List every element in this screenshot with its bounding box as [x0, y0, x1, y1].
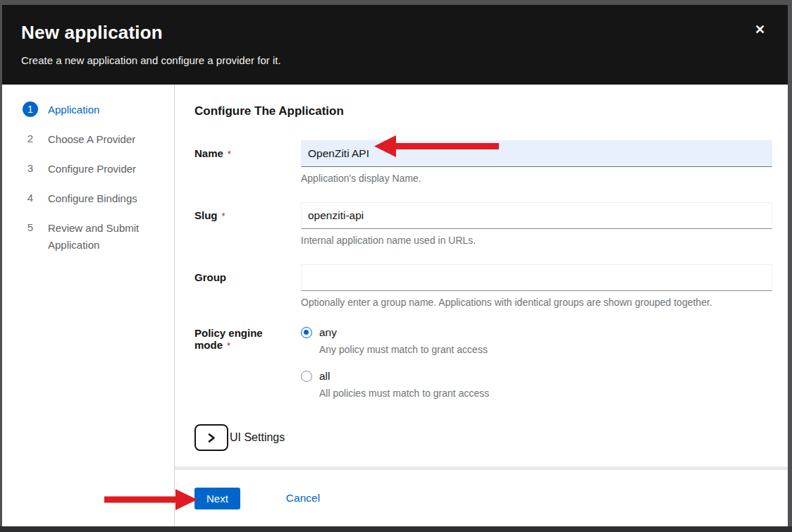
- step-number: 2: [23, 131, 38, 147]
- slug-label: Slug*: [194, 202, 301, 246]
- policy-option-all[interactable]: all: [301, 370, 772, 383]
- step-choose-provider[interactable]: 2 Choose A Provider: [23, 131, 167, 148]
- policy-engine-mode-row: Policy engine mode* any Any policy must …: [194, 326, 772, 399]
- step-configure-bindings[interactable]: 4 Configure Bindings: [23, 190, 167, 207]
- step-number: 3: [23, 161, 38, 176]
- slug-field-row: Slug* Internal application name used in …: [194, 202, 772, 246]
- group-input[interactable]: [301, 264, 772, 291]
- wizard-content-column: Configure The Application Name* Applicat…: [175, 85, 788, 526]
- modal-subtitle: Create a new application and configure a…: [21, 54, 771, 66]
- name-label: Name*: [194, 140, 301, 184]
- step-label: Choose A Provider: [48, 131, 135, 148]
- group-field-row: Group Optionally enter a group name. App…: [194, 264, 772, 308]
- group-label-text: Group: [194, 271, 226, 283]
- ui-settings-expand-row: UI Settings: [194, 424, 772, 451]
- step-review-submit[interactable]: 5 Review and Submit Application: [23, 220, 167, 254]
- required-asterisk: *: [222, 211, 225, 221]
- group-label: Group: [194, 264, 301, 308]
- wizard-step-nav: 1 Application 2 Choose A Provider 3 Conf…: [2, 85, 175, 526]
- step-number: 1: [23, 101, 38, 117]
- slug-input[interactable]: [301, 202, 772, 229]
- wizard-footer: Next Cancel: [175, 470, 788, 526]
- step-label: Review and Submit Application: [48, 220, 167, 254]
- cancel-link[interactable]: Cancel: [286, 492, 320, 505]
- name-label-text: Name: [194, 147, 223, 159]
- required-asterisk: *: [228, 149, 231, 159]
- step-label: Configure Bindings: [48, 190, 137, 207]
- step-configure-provider[interactable]: 3 Configure Provider: [23, 161, 167, 178]
- radio-any-label[interactable]: any: [319, 326, 337, 339]
- group-helper-text: Optionally enter a group name. Applicati…: [301, 297, 772, 308]
- slug-helper-text: Internal application name used in URLs.: [301, 235, 772, 246]
- chevron-right-icon: [207, 433, 216, 443]
- page-title: Configure The Application: [194, 104, 772, 118]
- radio-all-label[interactable]: all: [319, 370, 330, 383]
- modal-title: New application: [21, 22, 771, 44]
- name-input[interactable]: [301, 140, 772, 167]
- modal-body: 1 Application 2 Choose A Provider 3 Conf…: [2, 85, 788, 526]
- name-field-row: Name* Application's display Name.: [194, 140, 772, 184]
- close-icon: ✕: [755, 23, 765, 37]
- policy-engine-mode-label: Policy engine mode*: [194, 326, 301, 399]
- slug-control: Internal application name used in URLs.: [301, 202, 772, 246]
- name-control: Application's display Name.: [301, 140, 772, 184]
- modal-header: New application Create a new application…: [2, 5, 788, 85]
- radio-any[interactable]: [301, 327, 312, 338]
- slug-label-text: Slug: [194, 209, 218, 221]
- ui-settings-expand-button[interactable]: [194, 424, 228, 451]
- step-label: Configure Provider: [48, 161, 136, 178]
- step-application[interactable]: 1 Application: [23, 101, 167, 118]
- wizard-main-panel: Configure The Application Name* Applicat…: [175, 85, 788, 466]
- ui-settings-label[interactable]: UI Settings: [230, 431, 285, 444]
- policy-any-helper-text: Any policy must match to grant access: [319, 344, 772, 355]
- step-label: Application: [48, 101, 99, 118]
- page-backdrop: New application Create a new application…: [0, 0, 792, 532]
- step-number: 4: [23, 190, 38, 206]
- group-control: Optionally enter a group name. Applicati…: [301, 264, 772, 308]
- step-number: 5: [23, 220, 38, 235]
- close-button[interactable]: ✕: [755, 23, 765, 36]
- new-application-modal: New application Create a new application…: [2, 5, 788, 526]
- radio-all[interactable]: [301, 371, 312, 382]
- policy-all-helper-text: All policies must match to grant access: [319, 388, 772, 399]
- policy-option-any[interactable]: any: [301, 326, 772, 339]
- policy-engine-mode-control: any Any policy must match to grant acces…: [301, 326, 772, 399]
- name-helper-text: Application's display Name.: [301, 173, 772, 184]
- next-button[interactable]: Next: [194, 488, 240, 509]
- required-asterisk: *: [227, 340, 230, 351]
